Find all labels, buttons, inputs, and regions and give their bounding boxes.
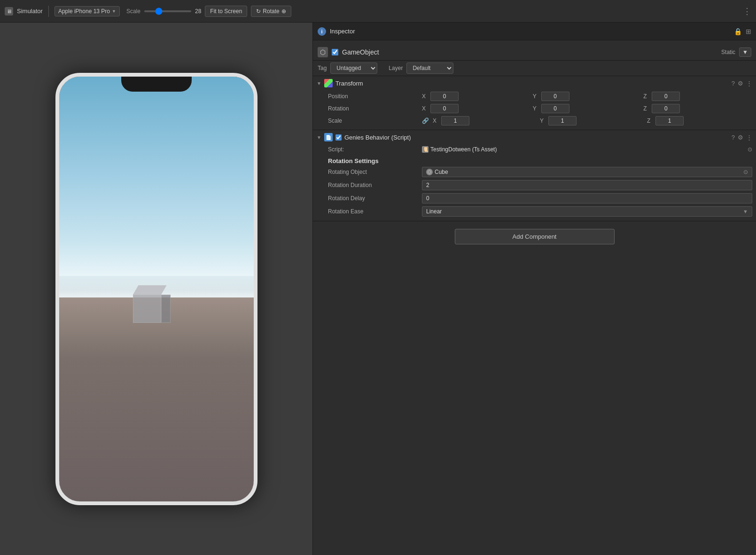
transform-collapse-arrow: ▼ — [317, 81, 321, 86]
cube-top-face — [133, 285, 167, 295]
rotation-z-input[interactable] — [652, 104, 680, 113]
simulator-title: Simulator — [17, 8, 43, 15]
rotation-y-label: Y — [533, 105, 539, 112]
script-settings-icon[interactable]: ⚙ — [738, 134, 743, 141]
simulator-panel — [0, 23, 312, 555]
transform-more-icon[interactable]: ⋮ — [746, 80, 752, 87]
rotate-icon: ↻ — [256, 8, 261, 15]
script-title: Genies Behavior (Script) — [344, 134, 411, 141]
scale-slider[interactable] — [144, 10, 191, 12]
script-link-icon[interactable]: ⊙ — [748, 146, 752, 153]
scale-z-label: Z — [647, 117, 654, 124]
cube-right-face — [161, 295, 171, 323]
gameobject-active-checkbox[interactable] — [332, 49, 338, 55]
more-options-icon[interactable]: ⋮ — [743, 6, 751, 16]
rotation-x-input[interactable] — [430, 104, 459, 113]
gameobject-name[interactable]: GameObject — [342, 48, 379, 56]
static-dropdown[interactable]: ▼ — [739, 47, 751, 57]
add-component-label: Add Component — [513, 233, 557, 240]
rotating-object-row: Rotating Object ⬡ Cube ⊙ — [328, 165, 752, 179]
rotation-ease-value-text: Linear — [426, 208, 442, 215]
rotation-duration-label: Rotation Duration — [328, 182, 422, 188]
device-dropdown[interactable]: Apple iPhone 13 Pro ▼ — [55, 6, 120, 16]
fit-to-screen-button[interactable]: Fit to Screen — [205, 6, 247, 17]
position-label: Position — [328, 93, 422, 100]
rotation-value: X Y Z — [422, 104, 752, 113]
transform-fields: Position X Y Z — [313, 90, 756, 130]
scale-y-input[interactable] — [548, 116, 577, 125]
scale-z-input[interactable] — [655, 116, 684, 125]
layer-label: Layer — [389, 65, 403, 71]
scale-field-row: Scale 🔗 X Y Z — [328, 115, 752, 127]
script-collapse-arrow: ▼ — [317, 135, 321, 140]
inspector-icon: i — [318, 27, 326, 36]
rotation-delay-label: Rotation Delay — [328, 195, 422, 202]
script-active-checkbox[interactable] — [335, 134, 342, 141]
script-help-icon[interactable]: ? — [732, 134, 735, 141]
inspector-header: i Inspector 🔒 ⊞ — [313, 23, 756, 40]
device-label: Apple iPhone 13 Pro — [58, 8, 110, 15]
inspector-body: ⬡ GameObject Static ▼ Tag Untagged Layer… — [313, 40, 756, 555]
scale-label: Scale — [126, 8, 140, 15]
rotation-y-input[interactable] — [541, 104, 569, 113]
add-component-button[interactable]: Add Component — [455, 229, 615, 244]
transform-settings-icon[interactable]: ⚙ — [738, 80, 743, 87]
rotation-ease-select[interactable]: Linear ▼ — [422, 206, 752, 217]
rotation-delay-input[interactable] — [422, 193, 752, 203]
rotation-z-group: Z — [643, 104, 752, 113]
simulator-icon: 🖥 — [5, 7, 13, 16]
layout-icon[interactable]: ⊞ — [746, 28, 751, 35]
phone-notch — [121, 77, 192, 92]
rotating-object-ref[interactable]: ⬡ Cube ⊙ — [422, 167, 752, 177]
position-x-input[interactable] — [430, 92, 459, 101]
rotate-label: Rotate — [263, 8, 279, 15]
script-ref-name: TestingDotween (Ts Asset) — [430, 146, 497, 153]
rotate-button[interactable]: ↻ Rotate ⊕ — [251, 6, 291, 17]
layer-select[interactable]: Default — [406, 63, 453, 74]
scale-field-label: Scale — [328, 117, 422, 124]
rotating-object-link-icon[interactable]: ⊙ — [743, 169, 748, 175]
main-content: i Inspector 🔒 ⊞ ⬡ GameObject Static ▼ Ta… — [0, 23, 756, 555]
rotation-delay-value — [422, 193, 752, 203]
top-bar: 🖥 Simulator Apple iPhone 13 Pro ▼ Scale … — [0, 0, 756, 23]
transform-actions: ? ⚙ ⋮ — [732, 80, 752, 87]
position-z-label: Z — [643, 93, 650, 100]
script-section: ▼ 📄 Genies Behavior (Script) ? ⚙ ⋮ Scrip… — [313, 130, 756, 221]
scale-x-input[interactable] — [441, 116, 469, 125]
transform-section: ▼ Transform ? ⚙ ⋮ Position — [313, 76, 756, 130]
rotating-object-value: ⬡ Cube ⊙ — [422, 167, 752, 177]
transform-header[interactable]: ▼ Transform ? ⚙ ⋮ — [313, 76, 756, 90]
rotation-duration-row: Rotation Duration — [328, 179, 752, 192]
rotation-y-group: Y — [533, 104, 642, 113]
script-ref-row: Script: 📜 TestingDotween (Ts Asset) ⊙ — [328, 144, 752, 155]
script-fields: Script: 📜 TestingDotween (Ts Asset) ⊙ Ro… — [313, 144, 756, 221]
position-y-input[interactable] — [541, 92, 569, 101]
rotation-ease-label: Rotation Ease — [328, 208, 422, 215]
rotation-duration-input[interactable] — [422, 180, 752, 190]
transform-help-icon[interactable]: ? — [732, 80, 735, 87]
script-ref-value: 📜 TestingDotween (Ts Asset) ⊙ — [422, 146, 752, 153]
rotate-extra-icon: ⊕ — [281, 8, 286, 15]
lock-icon[interactable]: 🔒 — [734, 28, 742, 35]
scale-y-group: Y — [540, 116, 645, 125]
inspector-actions: 🔒 ⊞ — [734, 28, 751, 35]
script-ref-label: Script: — [328, 146, 422, 153]
gameobject-icon: ⬡ — [318, 47, 328, 57]
tag-select[interactable]: Untagged — [330, 63, 377, 74]
rotation-label: Rotation — [328, 105, 422, 112]
rotating-object-label: Rotating Object — [328, 169, 422, 175]
device-dropdown-arrow: ▼ — [112, 9, 116, 14]
scale-lock-icon[interactable]: 🔗 — [422, 117, 429, 124]
script-header[interactable]: ▼ 📄 Genies Behavior (Script) ? ⚙ ⋮ — [313, 130, 756, 144]
position-value: X Y Z — [422, 92, 752, 101]
scale-x-label: X — [433, 117, 439, 124]
transform-icon — [324, 79, 333, 87]
position-field-row: Position X Y Z — [328, 90, 752, 102]
tag-label: Tag — [318, 65, 327, 71]
position-z-input[interactable] — [652, 92, 680, 101]
rotation-ease-arrow: ▼ — [743, 209, 748, 214]
rotation-z-label: Z — [643, 105, 650, 112]
scale-x-group: X — [433, 116, 538, 125]
script-more-icon[interactable]: ⋮ — [746, 134, 752, 141]
script-ref-icon: 📜 — [422, 146, 429, 153]
